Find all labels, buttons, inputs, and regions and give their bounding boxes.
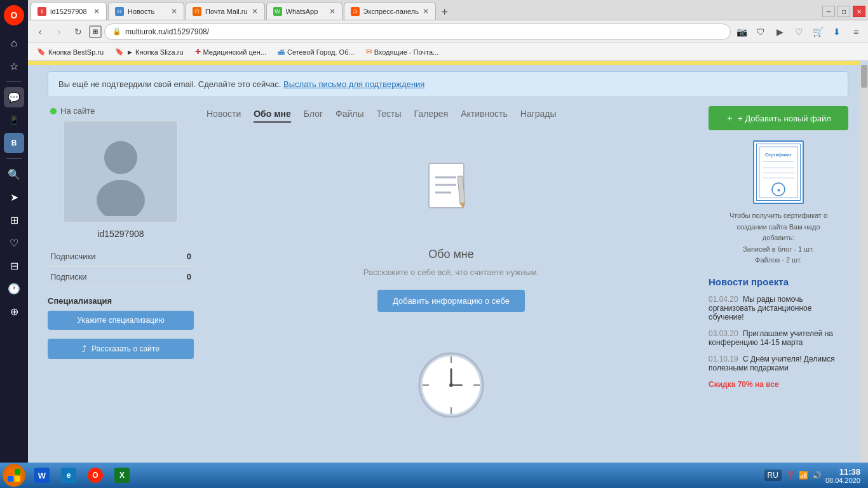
profile-nav-tabs: Новости Обо мне Блог Файлы Тесты Галерея… [207, 106, 696, 125]
tray-clock[interactable]: 11:38 08.04.2020 [825, 467, 860, 484]
send-confirmation-link[interactable]: Выслать письмо для подтверждения [283, 79, 424, 89]
start-button[interactable] [3, 464, 25, 487]
tab-close-icon[interactable]: ✕ [171, 7, 177, 16]
right-panel: ＋ + Добавить новый файл Сертификат [709, 106, 848, 420]
bookmark-label: Кнопка BestSp.ru [48, 48, 104, 56]
bookmark-sliza[interactable]: 🔖 ► Кнопка Sliza.ru [110, 46, 188, 57]
menu-button[interactable]: ≡ [848, 24, 864, 40]
news-item-4: Скидка 70% на все [709, 380, 848, 389]
home-icon[interactable]: ⌂ [4, 33, 24, 53]
taskbar-word[interactable]: W [29, 465, 55, 485]
set-specialization-button[interactable]: Укажите специализацию [48, 311, 194, 330]
system-tray: RU ❓ 📶 🔊 11:38 08.04.2020 [759, 467, 865, 484]
reload-button[interactable]: ↻ [70, 24, 86, 40]
browser-chrome: i id15297908 ✕ Н Новость ✕ П Почта Mail.… [28, 0, 868, 61]
bookmark-icon: 🔖 [37, 48, 46, 56]
taskbar-opera[interactable]: O [83, 465, 108, 485]
tab-about[interactable]: Обо мне [254, 106, 291, 123]
heart-icon[interactable]: ♡ [4, 233, 24, 253]
messenger-icon[interactable]: 💬 [4, 87, 24, 107]
cert-description: Чтобы получить сертификат о создании сай… [709, 210, 848, 266]
add-file-button[interactable]: ＋ + Добавить новый файл [709, 106, 848, 130]
close-button[interactable]: ✕ [853, 6, 865, 17]
maximize-button[interactable]: □ [837, 6, 850, 17]
vertical-scrollbar[interactable] [860, 65, 868, 463]
scroll-thumb[interactable] [861, 65, 867, 88]
bookmark-label: Медицинский цен... [203, 48, 266, 56]
svg-rect-30 [15, 476, 20, 482]
news-date: 03.03.20 [709, 329, 738, 338]
share-btn-label: Рассказать о сайте [92, 344, 159, 353]
address-bar[interactable]: 🔒 multiurok.ru/id15297908/ [104, 24, 731, 40]
play-icon[interactable]: ▶ [771, 24, 788, 40]
tab-news[interactable]: Н Новость ✕ [108, 2, 184, 20]
word-icon: W [34, 468, 50, 483]
search-icon[interactable]: 🔍 [4, 164, 24, 184]
forward-button[interactable]: › [51, 24, 67, 40]
bookmark-medical[interactable]: ✚ Медицинский цен... [190, 46, 271, 57]
tab-news[interactable]: Новости [207, 106, 241, 123]
avatar-container [64, 121, 178, 222]
grid-icon[interactable]: ⊞ [4, 210, 24, 230]
svg-rect-28 [15, 469, 20, 475]
tray-help-icon[interactable]: ❓ [785, 471, 795, 480]
news-item-2: 03.03.20 Приглашаем учителей на конферен… [709, 329, 848, 347]
taskbar-excel[interactable]: X [109, 465, 135, 485]
cart-icon[interactable]: 🛒 [810, 24, 826, 40]
tab-close-icon[interactable]: ✕ [329, 7, 336, 16]
vk-icon[interactable]: В [4, 133, 24, 153]
tray-lang[interactable]: RU [764, 470, 782, 481]
tab-id15297908[interactable]: i id15297908 ✕ [31, 2, 107, 20]
subscribers-count: 0 [187, 252, 191, 261]
about-me-title: Обо мне [428, 248, 474, 261]
tray-sound-icon[interactable]: 🔊 [812, 471, 822, 480]
bookmark-setevoy[interactable]: 🏙 Сетевой Город. Об... [273, 47, 360, 57]
send-icon[interactable]: ➤ [4, 187, 24, 207]
tab-blog[interactable]: Блог [304, 106, 323, 123]
tab-mail[interactable]: П Почта Mail.ru ✕ [186, 2, 265, 20]
grid-view-button[interactable]: ⊞ [89, 25, 102, 38]
camera-icon[interactable]: 📷 [733, 24, 750, 40]
online-label: На сайте [60, 106, 95, 116]
clock-icon[interactable]: 🕐 [4, 278, 24, 299]
whatsapp-icon[interactable]: 📱 [4, 110, 24, 130]
shield-icon[interactable]: 🛡 [752, 24, 769, 40]
excel-icon: X [114, 468, 130, 483]
bookmark-label: ► Кнопка Sliza.ru [126, 48, 183, 56]
news-date: 01.04.20 [709, 295, 738, 304]
svg-point-1 [104, 141, 137, 174]
back-button[interactable]: ‹ [32, 24, 48, 40]
tab-awards[interactable]: Награды [520, 106, 557, 123]
layers-icon[interactable]: ⊟ [4, 255, 24, 276]
extensions-icon[interactable]: ⊕ [4, 301, 24, 322]
share-site-button[interactable]: ⤴ Рассказать о сайте [48, 339, 194, 359]
minimize-button[interactable]: ─ [822, 6, 835, 17]
bookmarks-icon[interactable]: ☆ [4, 56, 24, 76]
svg-text:★: ★ [776, 187, 781, 193]
opera-logo[interactable]: O [4, 5, 24, 25]
tab-express[interactable]: Э Экспресс-панель ✕ [344, 2, 436, 20]
add-info-button[interactable]: Добавить информацию о себе [377, 290, 525, 312]
taskbar-ie[interactable]: e [56, 465, 81, 485]
tab-close-icon[interactable]: ✕ [93, 7, 100, 16]
tab-activity[interactable]: Активность [461, 106, 508, 123]
doc-svg [419, 157, 483, 233]
bookmark-mail[interactable]: ✉ Входящие - Почта... [361, 46, 444, 57]
bookmark-bestsp[interactable]: 🔖 Кнопка BestSp.ru [32, 46, 109, 57]
tab-close-icon[interactable]: ✕ [252, 7, 258, 16]
tab-files[interactable]: Файлы [336, 106, 363, 123]
tab-gallery[interactable]: Галерея [414, 106, 449, 123]
download-icon[interactable]: ⬇ [829, 24, 845, 40]
discount-text: Скидка 70% на все [709, 380, 779, 389]
tabs-bar: i id15297908 ✕ Н Новость ✕ П Почта Mail.… [28, 0, 868, 20]
email-verification-banner: Вы ещё не подтвердили свой email. Сделай… [48, 71, 848, 97]
tab-close-icon[interactable]: ✕ [423, 7, 429, 16]
new-tab-button[interactable]: + [437, 4, 452, 20]
tab-tests[interactable]: Тесты [377, 106, 402, 123]
tab-whatsapp[interactable]: W WhatsApp ✕ [266, 2, 342, 20]
news-item-3: 01.10.19 С Днём учителя! Делимся полезны… [709, 355, 848, 372]
address-text: multiurok.ru/id15297908/ [125, 27, 722, 36]
bookmark-label: Входящие - Почта... [374, 48, 439, 56]
heart-toolbar-icon[interactable]: ♡ [790, 24, 807, 40]
main-content: Вы ещё не подтвердили свой email. Сделай… [28, 65, 868, 463]
